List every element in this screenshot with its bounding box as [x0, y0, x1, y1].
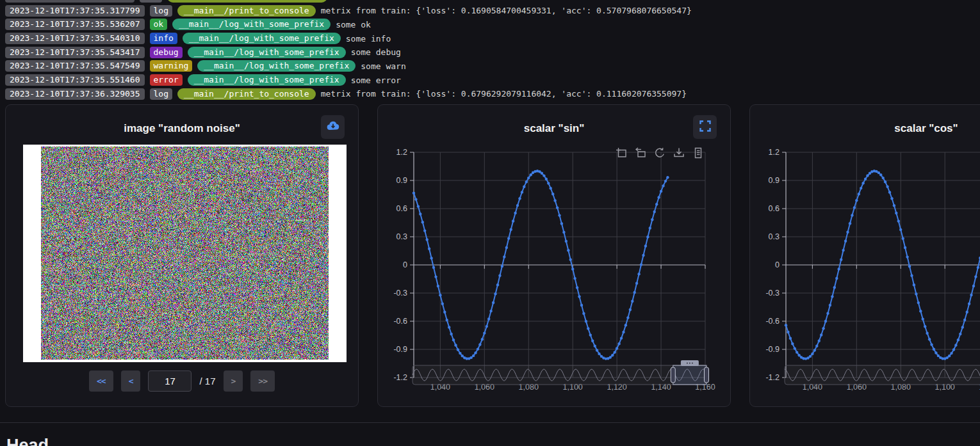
sin-chart-card: 1.20.90.60.30-0.3-0.6-0.9-1.21,0401,0601… — [377, 104, 731, 407]
log-row: 2023-12-10T17:37:35.540310 info __main__… — [5, 33, 692, 44]
log-level-badge: error — [150, 74, 183, 86]
log-message: some error — [351, 76, 401, 85]
log-source-pill: __main__/log_with_some_prefix — [188, 74, 346, 86]
download-image-button[interactable] — [321, 115, 345, 139]
log-level-badge — [140, 0, 162, 3]
page-number-input[interactable] — [148, 370, 192, 392]
log-row: 2023-12-10T17:37:35.543417 debug __main_… — [5, 47, 692, 58]
image-panel — [23, 145, 347, 362]
image-card-title: image "random noise" — [6, 122, 358, 135]
log-timestamp: 2023-12-10T17:37:35.547549 — [5, 60, 145, 72]
log-message: some info — [346, 34, 391, 44]
svg-text:-1.2: -1.2 — [393, 373, 407, 382]
log-source-pill: __main__/log_with_some_prefix — [172, 19, 331, 30]
log-message: some ok — [336, 20, 371, 29]
prev-page-button[interactable]: < — [121, 370, 141, 392]
log-source-pill: __main__/log_with_some_prefix — [197, 60, 355, 72]
fullscreen-button[interactable] — [693, 115, 717, 139]
svg-text:-0.6: -0.6 — [393, 317, 407, 326]
cos-chart-title: scalar "cos" — [750, 122, 980, 135]
svg-text:0.6: 0.6 — [396, 204, 407, 213]
cos-chart-card: 1.20.90.60.30-0.3-0.6-0.9-1.21,0401,0601… — [749, 104, 980, 407]
log-row: 2023-12-10T17:37:35.551460 error __main_… — [5, 74, 692, 86]
log-message: metrix from train: {'loss': 0.6796292079… — [321, 89, 687, 99]
cos-chart-plot[interactable]: 1.20.90.60.30-0.3-0.6-0.9-1.21,0401,0601… — [750, 105, 980, 408]
log-timestamp: 2023-12-10T17:37:35.543417 — [5, 47, 145, 58]
log-source-pill: __main__/log_with_some_prefix — [188, 47, 346, 58]
random-noise-image — [41, 147, 329, 360]
svg-text:-1.2: -1.2 — [765, 373, 780, 382]
save-image-icon[interactable] — [673, 147, 685, 159]
log-level-badge: debug — [150, 47, 183, 58]
log-level-badge: log — [150, 88, 172, 100]
log-row: 2023-12-10T17:37:36.329035 log __main__/… — [5, 88, 692, 100]
svg-text:0.3: 0.3 — [769, 232, 780, 241]
fullscreen-icon — [699, 120, 711, 134]
image-card: image "random noise" << < / 17 > >> — [5, 104, 359, 407]
next-section-heading: Head — [6, 436, 49, 446]
svg-text:0: 0 — [775, 260, 780, 269]
log-timestamp: 2023-12-10T17:37:35.536207 — [5, 19, 145, 30]
svg-text:0.9: 0.9 — [769, 176, 780, 185]
svg-text:-0.9: -0.9 — [765, 345, 780, 354]
svg-text:0: 0 — [403, 260, 407, 269]
svg-text:1.2: 1.2 — [396, 148, 407, 157]
svg-text:1.2: 1.2 — [769, 148, 780, 157]
slider-handle[interactable] — [671, 367, 675, 383]
datazoom-slider[interactable] — [412, 360, 709, 385]
svg-text:-0.6: -0.6 — [765, 317, 780, 326]
svg-text:-0.3: -0.3 — [765, 289, 780, 298]
log-row: 2023-12-10T17:37:35.317799 log __main__/… — [5, 5, 692, 17]
chart-toolbar — [616, 147, 704, 159]
restore-icon[interactable] — [654, 147, 666, 159]
log-message: some warn — [361, 61, 405, 71]
zoom-back-icon[interactable] — [635, 147, 646, 159]
log-timestamp: 2023-12-10T17:37:35.551460 — [5, 74, 145, 86]
log-message: metrix from train: {'loss': 0.1690584700… — [321, 6, 692, 15]
y-axis: 1.20.90.60.30-0.3-0.6-0.9-1.2 — [765, 148, 786, 382]
log-timestamp: 2023-12-10T17:37:35.540310 — [5, 33, 145, 44]
cloud-download-icon — [326, 119, 340, 135]
data-view-icon[interactable] — [692, 147, 704, 159]
log-timestamp: 2023-12-10T17:37:35.317799 — [5, 5, 145, 17]
log-level-badge: ok — [150, 19, 168, 30]
sin-chart-title: scalar "sin" — [378, 122, 730, 135]
log-level-badge: info — [150, 33, 177, 44]
log-timestamp — [5, 0, 135, 3]
log-row — [5, 0, 692, 3]
log-console: 2023-12-10T17:37:35.317799 log __main__/… — [5, 0, 692, 102]
datazoom-slider[interactable] — [785, 360, 980, 385]
last-page-button[interactable]: >> — [250, 370, 275, 392]
y-axis: 1.20.90.60.30-0.3-0.6-0.9-1.2 — [393, 148, 414, 382]
log-source-pill: __main__/log_with_some_prefix — [183, 33, 341, 44]
slider-handle[interactable] — [705, 367, 709, 383]
svg-text:0.3: 0.3 — [396, 232, 407, 241]
log-source-pill: __main__/print_to_console — [177, 5, 316, 17]
log-source-pill — [167, 0, 327, 3]
log-level-badge: warning — [150, 60, 193, 72]
log-source-pill: __main__/print_to_console — [177, 88, 316, 100]
log-row: 2023-12-10T17:37:35.536207 ok __main__/l… — [5, 19, 692, 30]
page-total-label: / 17 — [199, 376, 215, 386]
svg-text:0.9: 0.9 — [396, 176, 407, 185]
svg-text:0.6: 0.6 — [769, 204, 780, 213]
log-row: 2023-12-10T17:37:35.547549 warning __mai… — [5, 60, 692, 72]
image-pagination: << < / 17 > >> — [6, 370, 358, 392]
zoom-box-icon[interactable] — [616, 147, 627, 159]
section-divider — [0, 422, 980, 423]
svg-text:-0.3: -0.3 — [393, 289, 407, 298]
log-message: some debug — [351, 47, 401, 57]
first-page-button[interactable]: << — [89, 370, 113, 392]
log-level-badge: log — [150, 5, 172, 17]
next-page-button[interactable]: > — [224, 370, 243, 392]
log-timestamp: 2023-12-10T17:37:36.329035 — [5, 88, 145, 100]
svg-text:-0.9: -0.9 — [393, 345, 407, 354]
slider-window[interactable] — [673, 365, 706, 385]
